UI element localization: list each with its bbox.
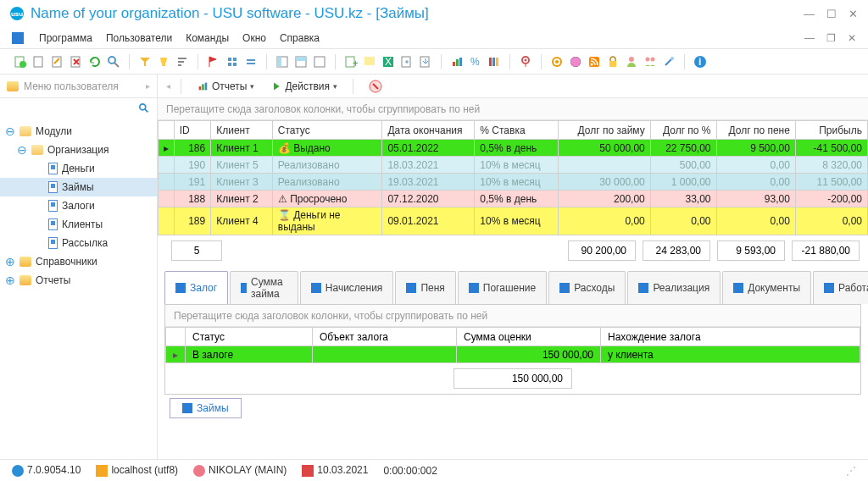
tree-item-Займы[interactable]: Займы (0, 178, 157, 196)
grid-row[interactable]: 189Клиент 4⌛ Деньги не выданы09.01.20211… (159, 207, 868, 235)
tree-item-Отчеты[interactable]: ⊕Отчеты (0, 271, 157, 290)
svg-point-40 (570, 57, 581, 67)
tool-refresh-icon[interactable] (88, 55, 102, 69)
tree-item-Справочники[interactable]: ⊕Справочники (0, 252, 157, 271)
tool-wand-icon[interactable] (662, 55, 676, 69)
tool-add-icon[interactable]: + (344, 55, 358, 69)
close-button[interactable]: ✕ (849, 8, 858, 20)
grid-row[interactable]: 190Клиент 5Реализовано18.03.202110% в ме… (159, 157, 868, 174)
user-icon (193, 465, 205, 477)
tool-trophy-icon[interactable] (157, 55, 170, 69)
tab-label: Начисления (326, 282, 383, 294)
grid-row[interactable]: 191Клиент 3Реализовано19.03.202110% в ме… (159, 174, 868, 191)
tool-new-icon[interactable] (14, 55, 27, 69)
tree-label: Организация (47, 144, 108, 156)
tab-Залог[interactable]: Залог (164, 271, 228, 304)
tool-layout3-icon[interactable] (313, 55, 326, 69)
tool-expand-icon[interactable] (244, 55, 258, 69)
tool-flag-icon[interactable] (207, 55, 220, 69)
tool-export-icon[interactable] (400, 55, 414, 69)
tool-rss-icon[interactable] (587, 55, 601, 69)
tree-item-Деньги[interactable]: Деньги (0, 159, 157, 178)
tool-delete-icon[interactable] (70, 55, 83, 69)
menu-users[interactable]: Пользователи (99, 32, 179, 44)
tool-collapse-icon[interactable] (225, 55, 239, 69)
menu-window[interactable]: Окно (236, 32, 273, 44)
col-debt[interactable]: Долг по займу (558, 121, 650, 140)
col-client[interactable]: Клиент (211, 121, 273, 140)
sub-col-obj[interactable]: Объект залога (313, 328, 457, 346)
collateral-grid[interactable]: Статус Объект залога Сумма оценки Нахожд… (165, 327, 860, 363)
doc-icon (48, 200, 58, 212)
tool-lock-icon[interactable] (606, 55, 620, 69)
menu-program[interactable]: Программа (32, 32, 99, 44)
tool-chart-icon[interactable] (450, 55, 464, 69)
menu-help[interactable]: Справка (273, 32, 326, 44)
tool-layout1-icon[interactable] (275, 55, 289, 69)
collateral-row[interactable]: ▸ В залоге 150 000,00 у клиента (166, 346, 860, 363)
col-id[interactable]: ID (174, 121, 211, 140)
tool-layout2-icon[interactable] (294, 55, 308, 69)
col-profit[interactable]: Прибыль (795, 121, 867, 140)
mdi-close-button[interactable]: ✕ (848, 32, 856, 44)
col-rate[interactable]: % Ставка (475, 121, 559, 140)
stop-button[interactable] (364, 78, 387, 95)
svg-point-1 (19, 61, 26, 68)
tool-excel-icon[interactable]: X (381, 55, 395, 69)
col-date[interactable]: Дата окончания (382, 121, 475, 140)
splitter-left-icon[interactable]: ◂ (166, 81, 170, 91)
tool-palette-icon[interactable] (569, 55, 582, 69)
doc-icon (406, 283, 416, 293)
mdi-restore-button[interactable]: ❐ (826, 32, 836, 44)
menu-commands[interactable]: Команды (179, 32, 236, 44)
grid-row[interactable]: 188Клиент 2⚠ Просрочено07.12.20200,5% в … (159, 191, 868, 207)
tab-label: Погашение (483, 282, 536, 294)
tab-Погашение[interactable]: Погашение (458, 271, 547, 304)
tool-user-icon[interactable] (625, 55, 638, 69)
chevron-icon[interactable]: ▸ (146, 81, 150, 91)
tool-edit-icon[interactable] (51, 55, 64, 69)
tab-Пеня[interactable]: Пеня (395, 271, 455, 304)
col-status[interactable]: Статус (272, 121, 382, 140)
sub-col-loc[interactable]: Нахождение залога (601, 328, 860, 346)
sub-col-sum[interactable]: Сумма оценки (457, 328, 601, 346)
tab-Работа[interactable]: Работа (813, 271, 868, 304)
col-pct[interactable]: Долг по % (650, 121, 716, 140)
tree-item-Клиенты[interactable]: Клиенты (0, 215, 157, 234)
tool-users-icon[interactable] (643, 55, 657, 69)
tool-filter-icon[interactable] (138, 55, 152, 69)
tool-info-icon[interactable]: i (693, 55, 707, 69)
tool-import-icon[interactable] (419, 55, 432, 69)
tool-sort-icon[interactable] (175, 55, 189, 69)
tab-Начисления[interactable]: Начисления (300, 271, 394, 304)
tree-item-Залоги[interactable]: Залоги (0, 196, 157, 215)
tool-gear-icon[interactable] (550, 55, 564, 69)
maximize-button[interactable]: ☐ (826, 8, 837, 20)
sub-col-status[interactable]: Статус (186, 328, 313, 346)
tree-item-Модули[interactable]: ⊖Модули (0, 122, 157, 141)
actions-button[interactable]: Действия▾ (266, 79, 342, 94)
tool-open-icon[interactable] (32, 55, 46, 69)
grid-row[interactable]: ▸186Клиент 1💰 Выдано05.01.20220,5% в ден… (159, 140, 868, 157)
tool-chart2-icon[interactable] (487, 55, 501, 69)
tab-Сумма займа[interactable]: Сумма займа (230, 271, 298, 304)
folder-icon (19, 257, 31, 267)
tool-search-icon[interactable] (107, 55, 120, 69)
tool-note-icon[interactable] (363, 55, 376, 69)
cell-status: В залоге (186, 346, 313, 363)
mdi-minimize-button[interactable]: — (804, 32, 815, 44)
bottom-tab-loans[interactable]: Займы (170, 398, 242, 418)
tab-Документы[interactable]: Документы (722, 271, 811, 304)
loans-grid[interactable]: ID Клиент Статус Дата окончания % Ставка… (158, 120, 868, 235)
tree-item-Рассылка[interactable]: Рассылка (0, 234, 157, 252)
reports-button[interactable]: Отчеты▾ (192, 79, 259, 94)
resize-grip-icon[interactable]: ⋰ (846, 465, 856, 477)
tool-pin-icon[interactable] (519, 55, 532, 69)
col-pen[interactable]: Долг по пене (716, 121, 795, 140)
tab-Реализация[interactable]: Реализация (627, 271, 721, 304)
sidebar-search[interactable] (0, 98, 157, 119)
tool-percent-icon[interactable]: % (469, 55, 482, 69)
tree-item-Организация[interactable]: ⊖Организация (0, 141, 157, 159)
minimize-button[interactable]: — (804, 8, 815, 20)
tab-Расходы[interactable]: Расходы (548, 271, 626, 304)
